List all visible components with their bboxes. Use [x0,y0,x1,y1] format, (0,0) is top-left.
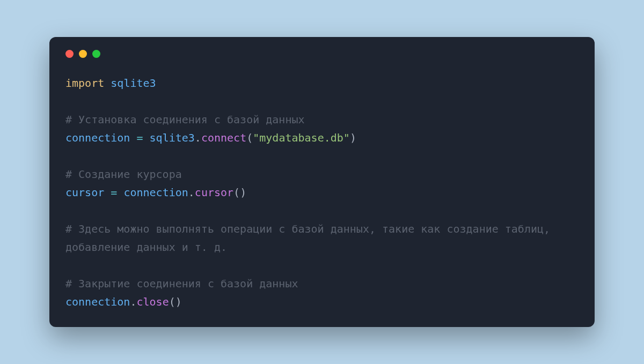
token-punct: . [195,131,201,144]
token-variable: connection [123,186,188,199]
token-variable: connection [65,131,130,144]
token-punct: . [130,295,136,308]
code-window: import sqlite3 # Установка соединения с … [49,37,595,327]
token-comment: # Закрытие соединения с базой данных [65,277,298,290]
token-punct: ( [169,295,175,308]
token-func: cursor [195,186,233,199]
token-punct: ) [175,295,182,308]
token-func: connect [201,131,246,144]
minimize-icon[interactable] [79,50,87,58]
token-func: close [136,295,169,308]
token-keyword: import [65,77,104,90]
token-module: sqlite3 [150,131,195,144]
token-comment: # Создание курсора [65,168,182,181]
token-module: sqlite3 [111,77,156,90]
window-controls [65,50,579,58]
token-operator: = [136,131,143,144]
token-operator: = [111,186,117,199]
token-punct: ) [350,131,356,144]
token-comment: # Установка соединения с базой данных [65,113,305,126]
token-variable: connection [65,295,130,308]
maximize-icon[interactable] [92,50,100,58]
token-punct: ) [240,186,246,199]
token-punct: ( [246,131,253,144]
token-comment: # Здесь можно выполнять операции с базой… [65,222,557,254]
token-string: "mydatabase.db" [253,131,350,144]
code-content: import sqlite3 # Установка соединения с … [65,74,579,311]
token-punct: ( [233,186,240,199]
close-icon[interactable] [65,50,74,58]
token-punct: . [188,186,195,199]
token-variable: cursor [65,186,104,199]
